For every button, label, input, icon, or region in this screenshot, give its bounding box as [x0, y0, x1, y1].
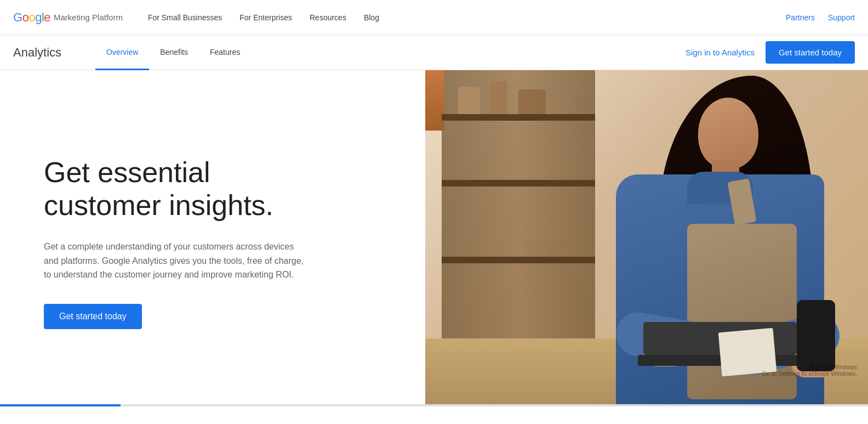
support-link[interactable]: Support [828, 13, 855, 22]
nav-link-blog[interactable]: Blog [356, 9, 387, 26]
secondary-nav-right: Sign in to Analytics Get started today [686, 41, 855, 64]
get-started-nav-button[interactable]: Get started today [766, 41, 855, 64]
hero-cta-button[interactable]: Get started today [44, 304, 142, 329]
shelf-horizontal-3 [442, 257, 595, 263]
nav-tab-overview[interactable]: Overview [95, 36, 149, 70]
nav-tab-features[interactable]: Features [199, 36, 251, 70]
shelf-item-1 [458, 87, 480, 114]
sign-in-analytics-link[interactable]: Sign in to Analytics [686, 48, 755, 57]
nav-link-resources[interactable]: Resources [302, 9, 354, 26]
google-logo: Google [13, 10, 50, 25]
watermark-line1: Activate Windows [762, 364, 857, 370]
hero-title: Get essential customer insights. [44, 156, 307, 222]
hero-accent-strip [425, 70, 444, 131]
watermark-line2: Go to Settings to activate Windows. [762, 370, 857, 377]
secondary-nav-links: Overview Benefits Features [95, 35, 686, 70]
hero-image-area: Activate Windows Go to Settings to activ… [425, 70, 868, 404]
top-nav-links: For Small Businesses For Enterprises Res… [140, 9, 786, 26]
shelf-horizontal-1 [442, 114, 595, 121]
activate-windows-watermark: Activate Windows Go to Settings to activ… [762, 364, 857, 377]
bottom-bar [0, 404, 868, 406]
top-nav-right: Partners Support [786, 13, 855, 22]
hero-description: Get a complete understanding of your cus… [44, 240, 307, 282]
top-nav: Google Marketing Platform For Small Busi… [0, 0, 868, 35]
brand-logo[interactable]: Google Marketing Platform [13, 10, 123, 25]
bottom-bar-active [0, 404, 121, 406]
shelf-item-2 [491, 81, 507, 114]
person-face [698, 98, 758, 169]
hero-content: Get essential customer insights. Get a c… [0, 70, 425, 404]
analytics-brand-name: Analytics [13, 46, 73, 60]
nav-link-small-business[interactable]: For Small Businesses [140, 9, 230, 26]
partners-link[interactable]: Partners [786, 13, 815, 22]
platform-name: Marketing Platform [54, 13, 123, 22]
nav-tab-benefits[interactable]: Benefits [149, 36, 199, 70]
hero-section: Get essential customer insights. Get a c… [0, 70, 868, 404]
phone-on-desk [797, 300, 835, 371]
shelf-horizontal-2 [442, 180, 595, 186]
shelf-item-3 [518, 89, 546, 114]
nav-link-enterprises[interactable]: For Enterprises [232, 9, 300, 26]
secondary-nav: Analytics Overview Benefits Features Sig… [0, 35, 868, 70]
